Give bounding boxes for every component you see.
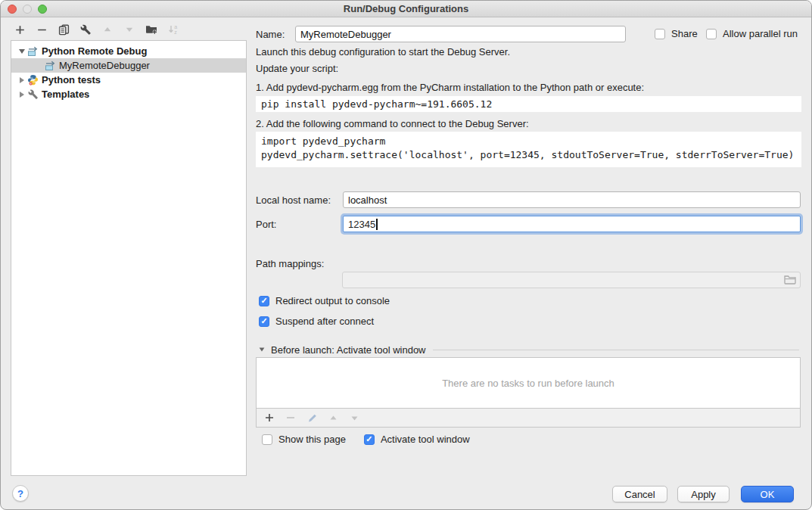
allow-parallel-checkbox[interactable]: ✓ (706, 29, 717, 39)
cancel-button[interactable]: Cancel (612, 486, 667, 502)
share-checkbox-row: ✓ Share (655, 28, 698, 39)
text-caret (376, 219, 378, 230)
settrace-code-block: import pydevd_pycharm pydevd_pycharm.set… (256, 132, 801, 167)
remote-debug-icon (44, 61, 57, 71)
description-line-2: Update your script: (256, 63, 338, 74)
tree-item-label: MyRemoteDebugger (59, 60, 150, 71)
path-mappings-label: Path mappings: (256, 258, 324, 269)
port-input[interactable]: 12345 (343, 216, 801, 232)
port-label: Port: (256, 219, 276, 230)
chevron-down-icon[interactable] (260, 347, 265, 351)
share-label: Share (671, 28, 698, 39)
page-options-row: ✓ Show this page ✓ Activate tool window (262, 434, 470, 445)
port-value: 12345 (348, 219, 375, 230)
move-down-icon[interactable] (123, 23, 135, 36)
help-button[interactable]: ? (12, 485, 29, 502)
tree-item-python-tests[interactable]: Python tests (11, 73, 246, 87)
allow-parallel-checkbox-row: ✓ Allow parallel run (706, 28, 798, 39)
tree-item-python-remote-debug[interactable]: Python Remote Debug (11, 44, 246, 58)
check-icon: ✓ (260, 317, 267, 325)
show-this-page-label: Show this page (278, 434, 346, 445)
tree-item-label: Python Remote Debug (42, 45, 147, 57)
share-checkbox[interactable]: ✓ (655, 29, 665, 39)
activate-tool-window-checkbox[interactable]: ✓ (364, 434, 375, 445)
new-folder-icon[interactable] (145, 23, 157, 36)
tree-item-label: Templates (42, 89, 89, 100)
before-launch-task-list[interactable]: There are no tasks to run before launch (256, 357, 801, 409)
remote-debug-icon (26, 46, 39, 57)
add-task-icon[interactable] (263, 412, 275, 424)
tree-item-templates[interactable]: Templates (11, 87, 246, 101)
description-line-1: Launch this debug configuration to start… (256, 46, 510, 58)
suspend-after-connect-checkbox[interactable]: ✓ (259, 316, 269, 327)
configurations-tree: Python Remote Debug MyRemoteDebugger (11, 40, 247, 476)
path-mappings-input (342, 272, 801, 288)
sort-alphabetically-icon[interactable]: a z (167, 23, 179, 36)
apply-button[interactable]: Apply (677, 486, 730, 502)
python-icon (26, 74, 39, 86)
redirect-output-checkbox[interactable]: ✓ (259, 296, 269, 306)
remove-task-icon[interactable] (285, 412, 297, 424)
code-line-1: import pydevd_pycharm (261, 135, 801, 148)
configuration-form: Name: ✓ Share ✓ Allow parallel run Launc… (256, 1, 801, 510)
browse-folder-icon[interactable] (784, 275, 796, 287)
edit-defaults-wrench-icon[interactable] (79, 23, 92, 36)
separator-line (433, 350, 799, 350)
chevron-right-icon[interactable] (17, 77, 26, 83)
tree-item-label: Python tests (42, 74, 101, 86)
before-launch-header[interactable]: Before launch: Activate tool window (256, 344, 801, 356)
pip-install-command: pip install pydevd-pycharm~=191.6605.12 (256, 96, 801, 112)
svg-text:z: z (174, 30, 177, 35)
remove-configuration-icon[interactable] (36, 23, 48, 36)
name-label: Name: (256, 29, 285, 40)
move-up-icon[interactable] (101, 23, 114, 36)
activate-tool-window-label: Activate tool window (381, 434, 470, 445)
check-icon: ✓ (366, 435, 372, 443)
step-1-text: 1. Add pydevd-pycharm.egg from the PyCha… (256, 82, 644, 93)
redirect-output-label: Redirect output to console (275, 295, 390, 306)
suspend-after-connect-label: Suspend after connect (275, 316, 374, 327)
wrench-icon (26, 89, 39, 100)
name-input[interactable] (295, 26, 626, 42)
before-launch-toolbar (256, 409, 801, 428)
local-host-name-label: Local host name: (256, 194, 331, 206)
chevron-down-icon[interactable] (17, 49, 26, 54)
empty-tasks-text: There are no tasks to run before launch (442, 378, 614, 389)
copy-configuration-icon[interactable] (58, 23, 70, 36)
suspend-after-connect-row: ✓ Suspend after connect (259, 316, 374, 327)
run-debug-configurations-dialog: Run/Debug Configurations (0, 0, 812, 510)
edit-task-pencil-icon[interactable] (306, 412, 318, 424)
allow-parallel-label: Allow parallel run (723, 28, 798, 39)
check-icon: ✓ (260, 297, 267, 305)
move-task-up-icon[interactable] (327, 412, 339, 424)
chevron-right-icon[interactable] (17, 92, 26, 98)
redirect-output-row: ✓ Redirect output to console (259, 295, 390, 306)
before-launch-label: Before launch: Activate tool window (271, 344, 426, 356)
code-line-2: pydevd_pycharm.settrace('localhost', por… (261, 148, 801, 162)
step-2-text: 2. Add the following command to connect … (256, 118, 529, 129)
svg-text:a: a (174, 24, 177, 30)
configurations-toolbar: a z (14, 20, 179, 39)
tree-item-myremotedebugger[interactable]: MyRemoteDebugger (11, 58, 246, 73)
local-host-name-input[interactable] (343, 191, 801, 208)
ok-button[interactable]: OK (741, 486, 794, 502)
add-configuration-icon[interactable] (14, 23, 26, 36)
show-this-page-checkbox[interactable]: ✓ (262, 434, 272, 445)
move-task-down-icon[interactable] (348, 412, 360, 424)
